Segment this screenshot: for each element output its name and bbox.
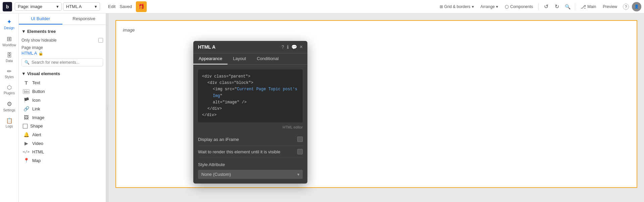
modal-tab-layout[interactable]: Layout [228,53,251,64]
arrange-label: Arrange [481,4,495,9]
only-show-hideable-label: Only show hideable [21,38,57,43]
modal-tabs: Appearance Layout Conditional [193,53,307,65]
element-label: Text [32,80,40,85]
element-label: Link [32,106,40,111]
modal-info-icon[interactable]: ℹ [287,44,289,50]
element-label: Map [32,158,41,163]
only-show-hideable-checkbox[interactable] [98,38,103,43]
element-item-button[interactable]: btn Button [21,87,103,96]
styles-icon: ✏ [7,68,11,74]
avatar[interactable]: 👤 [632,2,641,11]
wait-render-field: Wait to render this element until it is … [198,146,303,158]
style-attribute-value: None (Custom) [201,172,231,177]
cube-icon: ⬡ [505,4,509,9]
element-label: HTML [32,149,44,154]
arrange-button[interactable]: Arrange ▾ [478,3,501,10]
preview-label: Preview [603,4,617,9]
arrange-chevron-icon: ▾ [496,4,498,9]
sidebar-item-design[interactable]: ✦ Design [1,16,18,32]
redo-button[interactable]: ↻ [552,2,561,11]
sidebar-item-label: Workflow [2,43,16,47]
components-button[interactable]: ⬡ Components [502,3,536,11]
page-selector[interactable]: Page: image ▾ [15,2,62,11]
grid-borders-label: Grid & borders [444,4,470,9]
design-icon: ✦ [7,18,12,26]
modal-body: <div class="parent"> <div class="block">… [193,65,307,184]
sidebar-item-logs[interactable]: 📋 Logs [1,115,18,130]
canvas-area[interactable]: image HTML A ? ℹ 💬 × [109,13,644,202]
sidebar-item-settings[interactable]: ⚙ Settings [1,98,18,114]
version-chevron-icon: ▾ [95,4,97,9]
element-item-link[interactable]: 🔗 Link [21,104,103,113]
modal-comment-icon[interactable]: 💬 [291,44,297,50]
link-icon: 🔗 [23,106,30,111]
video-icon: ▶ [23,141,30,146]
element-item-video[interactable]: ▶ Video [21,139,103,148]
modal-overlay: HTML A ? ℹ 💬 × Appearance [116,21,637,187]
branch-button[interactable]: ⎇ Main [578,3,599,11]
components-label: Components [510,4,533,9]
style-attribute-select[interactable]: None (Custom) ▾ [198,170,303,179]
modal-tab-appearance[interactable]: Appearance [193,53,228,64]
element-item-image[interactable]: 🖼 Image [21,113,103,122]
html-a-dialog: HTML A ? ℹ 💬 × Appearance [193,41,307,184]
data-icon: 🗄 [7,52,12,58]
modal-title: HTML A [198,44,215,50]
sidebar-item-plugins[interactable]: ⬡ Plugins [1,82,18,97]
help-button[interactable]: ? [621,2,631,11]
style-attribute-chevron-icon: ▾ [297,172,299,177]
code-block[interactable]: <div class="parent"> <div class="block">… [198,69,303,122]
logo[interactable]: b [3,2,12,11]
code-line-3: <img src="Current Page Topic post's Img" [202,86,299,99]
html-editor-label: HTML editor [198,125,303,129]
element-label: Shape [30,123,43,129]
display-iframe-field: Display as an iFrame [198,133,303,146]
search-input[interactable] [32,60,100,65]
settings-icon: ⚙ [7,100,12,108]
page-image-label: Page image [21,45,103,50]
main-label: Main [587,4,596,9]
code-line-4: alt="image" /> [202,99,299,106]
element-label: Image [32,115,44,120]
tab-responsive[interactable]: Responsive [62,13,106,24]
elements-tree-header: ▼ Elements tree [21,28,103,37]
page-name: Page: image [18,4,42,9]
search-icon: 🔍 [24,60,30,65]
element-item-icon[interactable]: 🏴 Icon [21,96,103,104]
element-item-text[interactable]: T Text [21,78,103,87]
page-chevron-icon: ▾ [56,4,59,9]
tree-collapse-icon[interactable]: ▼ [21,29,26,34]
sidebar-icons: ✦ Design ⊞ Workflow 🗄 Data ✏ Styles ⬡ Pl… [0,13,19,202]
sidebar-item-styles[interactable]: ✏ Styles [1,66,18,81]
sidebar-item-data[interactable]: 🗄 Data [1,50,18,65]
html-a-link[interactable]: HTML A 🔒 [21,51,103,56]
modal-tab-conditional[interactable]: Conditional [251,53,284,64]
wait-render-label: Wait to render this element until it is … [198,149,280,154]
gift-button[interactable]: 🎁 [136,1,147,12]
modal-close-button[interactable]: × [300,44,303,50]
gift-icon: 🎁 [138,3,145,10]
modal-header-icons: ? ℹ 💬 × [282,44,303,50]
display-iframe-checkbox[interactable] [297,137,303,142]
version-name: HTML A [66,4,82,9]
sidebar-item-label: Plugins [4,91,15,95]
style-attribute-title: Style Attribute [198,158,303,170]
wait-render-checkbox[interactable] [297,149,303,154]
modal-help-icon[interactable]: ? [282,44,284,50]
resize-handle[interactable]: ⋮ [106,13,109,202]
grid-borders-button[interactable]: ⊞ Grid & borders ▾ [437,3,477,10]
preview-button[interactable]: Preview [600,3,620,10]
search-button[interactable]: 🔍 [563,2,572,11]
undo-button[interactable]: ↺ [541,2,551,11]
sidebar-item-workflow[interactable]: ⊞ Workflow [1,33,18,49]
element-item-html[interactable]: </> HTML [21,148,103,156]
element-item-shape[interactable]: Shape [21,122,103,130]
search-bar: 🔍 [21,58,103,66]
undo-icon: ↺ [544,3,548,10]
help-icon: ? [623,4,629,10]
visual-elements-collapse-icon[interactable]: ▼ [21,71,26,76]
tab-ui-builder[interactable]: UI Builder [19,13,62,24]
element-item-alert[interactable]: 🔔 Alert [21,130,103,139]
version-selector[interactable]: HTML A ▾ [63,2,100,11]
element-item-map[interactable]: 📍 Map [21,156,103,165]
